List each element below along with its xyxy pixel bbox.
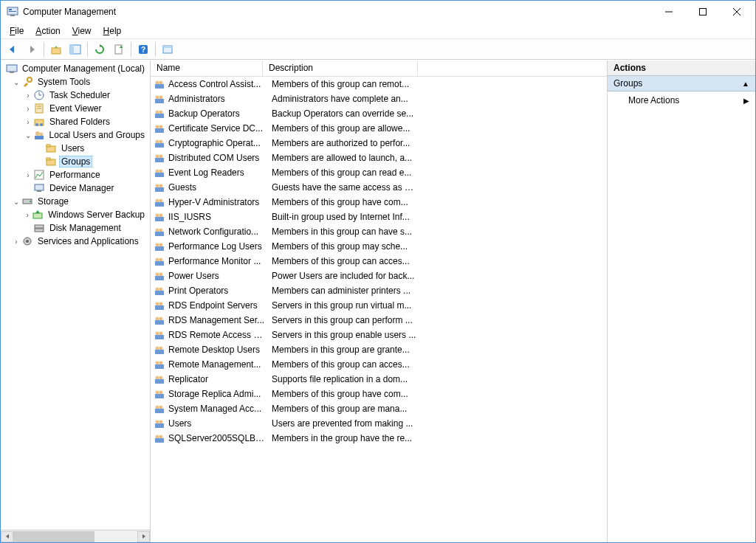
svg-rect-113 — [155, 409, 164, 413]
list-row[interactable]: Remote Desktop UsersMembers in this grou… — [151, 342, 607, 357]
minimize-button[interactable] — [652, 1, 686, 23]
group-icon — [154, 300, 165, 311]
list-row[interactable]: Storage Replica Admi...Members of this g… — [151, 387, 607, 401]
collapse-icon[interactable]: ⌄ — [11, 198, 21, 206]
group-name: RDS Endpoint Servers — [168, 300, 266, 311]
svg-rect-2 — [9, 11, 16, 12]
expand-icon[interactable]: › — [23, 211, 32, 219]
list-row[interactable]: Performance Monitor ...Members of this g… — [151, 254, 607, 269]
tree-groups[interactable]: Groups — [1, 155, 150, 168]
collapse-section-icon[interactable]: ▲ — [742, 80, 749, 88]
group-icon — [154, 211, 165, 223]
close-button[interactable] — [720, 1, 754, 23]
list-row[interactable]: Performance Log UsersMembers of this gro… — [151, 239, 607, 254]
actions-more-actions[interactable]: More Actions ▶ — [608, 91, 755, 109]
menu-file[interactable]: File — [4, 24, 30, 38]
expand-icon[interactable]: › — [23, 171, 33, 179]
svg-point-106 — [159, 376, 163, 380]
tree-performance[interactable]: › Performance — [1, 168, 150, 181]
list-row[interactable]: System Managed Acc...Members of this gro… — [151, 401, 607, 416]
list-row[interactable]: Backup OperatorsBackup Operators can ove… — [151, 106, 607, 121]
properties-button[interactable] — [159, 41, 176, 58]
app-icon — [7, 6, 18, 18]
export-button[interactable] — [110, 41, 128, 58]
svg-rect-107 — [155, 379, 164, 384]
group-icon — [154, 403, 165, 415]
list-body: Access Control Assist...Members of this … — [151, 77, 607, 542]
actions-section-groups[interactable]: Groups ▲ — [608, 76, 755, 91]
group-name: Administrators — [168, 94, 266, 104]
list-row[interactable]: IIS_IUSRSBuilt-in group used by Internet… — [151, 210, 607, 224]
disk-icon — [33, 222, 45, 234]
tree-storage[interactable]: ⌄ Storage — [1, 195, 150, 208]
list-row[interactable]: Network Configuratio...Members in this g… — [151, 224, 607, 239]
tree-local-users-groups[interactable]: ⌄ Local Users and Groups — [1, 128, 150, 142]
svg-point-46 — [159, 81, 163, 85]
show-hide-tree-button[interactable] — [66, 41, 84, 58]
expand-icon[interactable]: › — [11, 238, 21, 246]
tree-disk-management[interactable]: Disk Management — [1, 221, 150, 235]
svg-point-97 — [159, 332, 163, 336]
list-row[interactable]: ReplicatorSupports file replication in a… — [151, 372, 607, 387]
list-row[interactable]: Remote Management...Members of this grou… — [151, 357, 607, 372]
help-button[interactable]: ? — [134, 41, 152, 58]
list-row[interactable]: UsersUsers are prevented from making ... — [151, 416, 607, 431]
list-row[interactable]: AdministratorsAdministrators have comple… — [151, 91, 607, 106]
tree-system-tools[interactable]: ⌄ System Tools — [1, 75, 150, 89]
list-row[interactable]: Print OperatorsMembers can administer pr… — [151, 283, 607, 298]
scroll-left-icon[interactable] — [1, 531, 13, 542]
list-row[interactable]: Certificate Service DC...Members of this… — [151, 121, 607, 136]
maximize-button[interactable] — [686, 1, 720, 23]
collapse-icon[interactable]: ⌄ — [23, 131, 33, 139]
tree-services-apps[interactable]: › Services and Applications — [1, 235, 150, 248]
forward-button[interactable] — [23, 41, 41, 58]
backup-icon — [32, 209, 44, 221]
group-desc: Members of this group can acces... — [266, 359, 418, 370]
refresh-button[interactable] — [91, 41, 109, 58]
list-row[interactable]: RDS Endpoint ServersServers in this grou… — [151, 298, 607, 313]
list-row[interactable]: RDS Remote Access S...Servers in this gr… — [151, 328, 607, 342]
list-row[interactable]: Cryptographic Operat...Members are autho… — [151, 136, 607, 151]
column-name[interactable]: Name — [151, 60, 263, 76]
menu-view[interactable]: View — [66, 24, 97, 38]
svg-point-69 — [156, 199, 159, 203]
collapse-icon[interactable]: ⌄ — [11, 78, 21, 86]
svg-point-115 — [159, 421, 163, 424]
list-row[interactable]: Power UsersPower Users are included for … — [151, 269, 607, 283]
svg-point-79 — [159, 243, 163, 247]
tree-root[interactable]: Computer Management (Local) — [1, 62, 150, 75]
list-row[interactable]: Access Control Assist...Members of this … — [151, 77, 607, 91]
group-name: Power Users — [168, 271, 266, 281]
svg-point-39 — [30, 201, 31, 202]
tree-users[interactable]: Users — [1, 142, 150, 155]
group-icon — [154, 432, 165, 444]
scroll-thumb[interactable] — [13, 531, 94, 542]
column-description[interactable]: Description — [263, 60, 418, 76]
svg-point-61 — [159, 155, 163, 159]
expand-icon[interactable]: › — [23, 118, 33, 126]
list-row[interactable]: GuestsGuests have the same access as m..… — [151, 180, 607, 195]
menu-action[interactable]: Action — [30, 24, 66, 38]
list-row[interactable]: Hyper-V AdministratorsMembers of this gr… — [151, 195, 607, 210]
expand-icon[interactable]: › — [23, 91, 33, 100]
back-button[interactable] — [4, 41, 21, 58]
tree-task-scheduler[interactable]: › Task Scheduler — [1, 89, 150, 102]
list-row[interactable]: RDS Management Ser...Servers in this gro… — [151, 313, 607, 328]
list-row[interactable]: Event Log ReadersMembers of this group c… — [151, 165, 607, 180]
tree-windows-server-backup[interactable]: › Windows Server Backup — [1, 208, 150, 221]
tree-device-manager[interactable]: Device Manager — [1, 181, 150, 195]
tree-event-viewer[interactable]: › Event Viewer — [1, 102, 150, 115]
up-button[interactable] — [47, 41, 65, 58]
list-row[interactable]: SQLServer2005SQLBro...Members in the gro… — [151, 431, 607, 446]
tree-horizontal-scrollbar[interactable] — [1, 530, 150, 542]
expand-icon[interactable]: › — [23, 105, 33, 113]
tree-shared-folders[interactable]: › Shared Folders — [1, 115, 150, 128]
svg-point-109 — [159, 391, 163, 395]
svg-rect-116 — [155, 423, 164, 428]
menu-help[interactable]: Help — [97, 24, 128, 38]
svg-point-66 — [156, 184, 159, 188]
scroll-right-icon[interactable] — [137, 531, 150, 542]
group-icon — [154, 226, 165, 238]
group-icon — [154, 344, 165, 356]
list-row[interactable]: Distributed COM UsersMembers are allowed… — [151, 151, 607, 165]
